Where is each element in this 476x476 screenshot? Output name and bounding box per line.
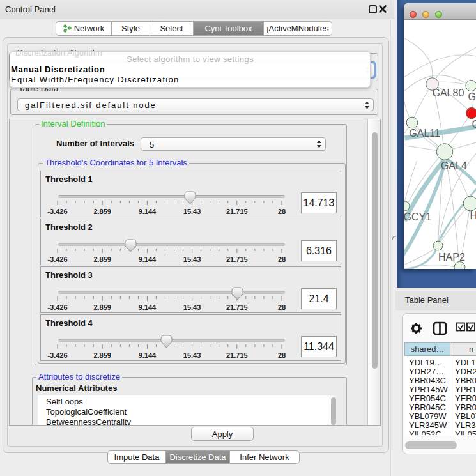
svg-text:CY: CY: [472, 119, 476, 130]
svg-text:GAL: GAL: [468, 91, 476, 102]
svg-text:GAL11: GAL11: [409, 128, 440, 139]
svg-text:GCY1: GCY1: [404, 211, 431, 222]
svg-text:HAP2: HAP2: [438, 252, 465, 263]
svg-text:GAL4: GAL4: [440, 160, 466, 171]
svg-text:HIS: HIS: [470, 210, 476, 221]
svg-text:GAL80: GAL80: [432, 88, 464, 98]
